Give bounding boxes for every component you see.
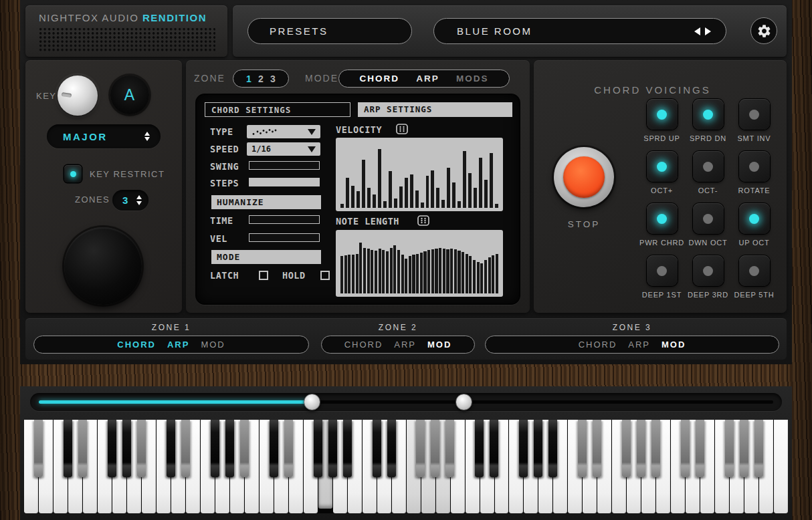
zone-range-slider[interactable] xyxy=(30,393,782,411)
black-key-12[interactable] xyxy=(284,420,293,477)
black-key-16[interactable] xyxy=(373,420,381,477)
voicing-button[interactable] xyxy=(693,151,724,182)
black-key-18[interactable] xyxy=(416,420,425,477)
voicing-button[interactable] xyxy=(647,151,678,182)
zone-bars: ZONE 1 CHORDARPMOD ZONE 2 CHORDARPMOD ZO… xyxy=(25,318,787,360)
voicing-button[interactable] xyxy=(693,203,724,234)
zone-mode-arp[interactable]: ARP xyxy=(628,340,650,350)
black-key-1[interactable] xyxy=(64,420,72,477)
stop-button[interactable] xyxy=(554,147,614,207)
black-key-6[interactable] xyxy=(167,420,175,477)
black-key-34[interactable] xyxy=(740,420,748,477)
black-key-23[interactable] xyxy=(519,420,528,477)
voicing-label: PWR CHRD xyxy=(639,239,684,247)
spinner-arrows-icon[interactable] xyxy=(144,132,150,142)
black-key-35[interactable] xyxy=(754,420,763,477)
zone-tab-3[interactable]: 3 xyxy=(270,74,276,84)
voicing-button[interactable] xyxy=(739,151,770,182)
range-handle-1[interactable] xyxy=(304,394,320,410)
black-key-4[interactable] xyxy=(122,420,131,477)
voicing-button[interactable] xyxy=(693,255,724,286)
black-key-5[interactable] xyxy=(137,420,146,477)
velocity-chart[interactable] xyxy=(336,138,503,211)
black-key-27[interactable] xyxy=(593,420,601,477)
black-key-19[interactable] xyxy=(431,420,439,477)
note-length-chart[interactable] xyxy=(336,230,503,297)
voicing-button[interactable] xyxy=(647,99,678,130)
zone-mode-chord[interactable]: CHORD xyxy=(117,340,156,350)
black-key-3[interactable] xyxy=(108,420,116,477)
spinner-arrows-icon[interactable] xyxy=(136,195,142,205)
settings-button[interactable] xyxy=(750,17,777,44)
black-key-0[interactable] xyxy=(34,420,43,477)
voicing-button[interactable] xyxy=(647,203,678,234)
black-key-20[interactable] xyxy=(445,420,454,477)
tab-arp-settings[interactable]: ARP SETTINGS xyxy=(358,102,512,117)
keyboard[interactable] xyxy=(24,420,788,513)
key-restrict-toggle[interactable] xyxy=(64,165,82,182)
key-knob[interactable] xyxy=(58,76,98,116)
chart-bar xyxy=(484,260,487,293)
speed-dropdown[interactable]: 1/16 xyxy=(247,142,320,156)
mode-tab-arp[interactable]: ARP xyxy=(416,74,439,84)
zone-mode-arp[interactable]: ARP xyxy=(394,340,416,350)
mode-tab-chord[interactable]: CHORD xyxy=(360,74,400,84)
black-key-32[interactable] xyxy=(696,420,704,477)
latch-checkbox[interactable] xyxy=(259,271,268,280)
voicing-button[interactable] xyxy=(739,255,770,286)
black-key-21[interactable] xyxy=(475,420,484,477)
voicing-button[interactable] xyxy=(739,99,770,130)
black-key-17[interactable] xyxy=(387,420,396,477)
swing-slider[interactable] xyxy=(249,161,320,170)
black-key-30[interactable] xyxy=(651,420,660,477)
black-key-24[interactable] xyxy=(534,420,542,477)
white-key-51[interactable] xyxy=(774,420,788,513)
scale-select[interactable]: MAJOR xyxy=(47,124,161,148)
black-key-11[interactable] xyxy=(270,420,278,477)
black-key-2[interactable] xyxy=(78,420,87,477)
presets-button[interactable]: PRESETS xyxy=(247,18,412,44)
zone-mode-chord[interactable]: CHORD xyxy=(344,340,383,350)
black-key-7[interactable] xyxy=(181,420,190,477)
black-key-10[interactable] xyxy=(240,420,249,477)
hold-checkbox[interactable] xyxy=(320,271,330,280)
preset-selector[interactable]: BLUE ROOM xyxy=(433,18,726,44)
black-key-26[interactable] xyxy=(578,420,587,477)
black-key-15[interactable] xyxy=(343,420,352,477)
black-key-25[interactable] xyxy=(548,420,557,477)
prev-preset-icon[interactable] xyxy=(694,27,700,35)
zone-mode-mod[interactable]: MOD xyxy=(662,340,686,350)
time-slider[interactable] xyxy=(249,215,320,224)
type-dropdown[interactable] xyxy=(247,125,320,138)
zone-mode-mod[interactable]: MOD xyxy=(427,340,451,350)
black-key-29[interactable] xyxy=(637,420,645,477)
mode-tab-mods[interactable]: MODS xyxy=(456,74,489,84)
black-key-13[interactable] xyxy=(314,420,322,477)
vel-label: VEL xyxy=(210,233,227,244)
black-key-31[interactable] xyxy=(681,420,690,477)
vel-slider[interactable] xyxy=(249,233,320,242)
voicing-button[interactable] xyxy=(647,255,678,286)
tab-chord-settings[interactable]: CHORD SETTINGS xyxy=(205,102,350,117)
voicing-button[interactable] xyxy=(739,203,770,234)
black-key-8[interactable] xyxy=(211,420,219,477)
zone-mode-arp[interactable]: ARP xyxy=(167,340,189,350)
steps-slider[interactable] xyxy=(249,178,320,186)
note-length-dice-icon[interactable] xyxy=(417,215,429,226)
black-key-28[interactable] xyxy=(622,420,631,477)
zone-tab-1[interactable]: 1 xyxy=(246,74,251,84)
key-value-button[interactable]: A xyxy=(110,76,149,114)
next-preset-icon[interactable] xyxy=(705,27,711,35)
zone-tab-2[interactable]: 2 xyxy=(258,74,264,84)
voicing-button[interactable] xyxy=(693,99,724,130)
range-handle-2[interactable] xyxy=(455,394,472,410)
velocity-dice-icon[interactable] xyxy=(396,124,408,134)
main-knob[interactable] xyxy=(64,227,142,305)
black-key-33[interactable] xyxy=(725,420,734,477)
black-key-9[interactable] xyxy=(225,420,234,477)
black-key-22[interactable] xyxy=(490,420,498,477)
zone-mode-mod[interactable]: MOD xyxy=(201,340,225,350)
zone-mode-chord[interactable]: CHORD xyxy=(579,340,617,350)
black-key-14[interactable] xyxy=(328,420,337,477)
zones-select[interactable]: 3 xyxy=(112,190,148,211)
